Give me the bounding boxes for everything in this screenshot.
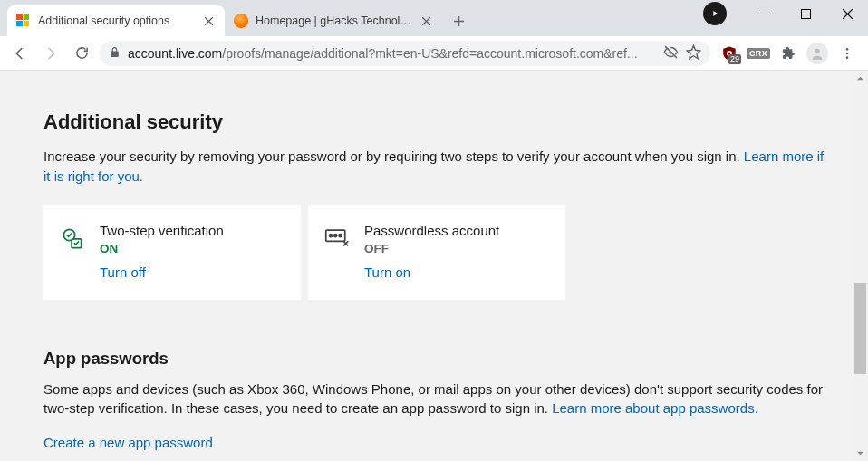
status-off-label: OFF xyxy=(364,242,499,255)
card-two-step-verification: Two-step verification ON Turn off xyxy=(43,205,301,300)
tab-title: Homepage | gHacks Technology News xyxy=(256,14,411,27)
page-viewport: Additional security Increase your securi… xyxy=(0,71,868,461)
turn-on-link[interactable]: Turn on xyxy=(364,264,499,280)
browser-menu-button[interactable] xyxy=(837,43,857,63)
password-dots-icon xyxy=(324,223,352,280)
svg-point-6 xyxy=(846,52,849,54)
scrollbar-down-button[interactable] xyxy=(853,446,868,461)
tab-close-icon[interactable] xyxy=(201,14,216,28)
card-title: Passwordless account xyxy=(364,223,499,238)
svg-rect-1 xyxy=(801,9,810,18)
window-close-button[interactable] xyxy=(826,0,868,27)
card-title: Two-step verification xyxy=(100,223,224,238)
scrollbar-track[interactable] xyxy=(853,86,868,446)
intro-paragraph: Increase your security by removing your … xyxy=(43,147,825,187)
svg-rect-0 xyxy=(759,14,769,14)
scrollbar-thumb[interactable] xyxy=(854,283,866,374)
window-minimize-button[interactable] xyxy=(743,0,785,27)
crx-extension-icon[interactable]: CRX xyxy=(748,43,768,63)
address-bar[interactable]: account.live.com/proofs/manage/additiona… xyxy=(100,41,710,66)
ghacks-favicon xyxy=(234,14,248,28)
browser-toolbar: account.live.com/proofs/manage/additiona… xyxy=(0,36,868,71)
tab-close-icon[interactable] xyxy=(419,14,433,28)
svg-point-7 xyxy=(846,56,849,59)
microsoft-favicon xyxy=(16,14,31,28)
heading-additional-security: Additional security xyxy=(43,110,825,134)
browser-tab[interactable]: Homepage | gHacks Technology News xyxy=(225,5,442,36)
app-passwords-paragraph: Some apps and devices (such as Xbox 360,… xyxy=(43,379,825,419)
turn-off-link[interactable]: Turn off xyxy=(100,264,224,280)
extensions-puzzle-icon[interactable] xyxy=(777,43,797,63)
url-text: account.live.com/proofs/manage/additiona… xyxy=(128,46,656,61)
profile-avatar[interactable] xyxy=(806,43,828,64)
shield-check-icon xyxy=(60,223,87,280)
tab-title: Additional security options xyxy=(38,14,194,27)
svg-point-5 xyxy=(846,48,849,51)
browser-tab-active[interactable]: Additional security options xyxy=(7,5,225,36)
heading-app-passwords: App passwords xyxy=(43,349,825,369)
scrollbar-up-button[interactable] xyxy=(853,71,868,86)
status-on-label: ON xyxy=(100,242,224,255)
create-app-password-link[interactable]: Create a new app password xyxy=(43,435,213,450)
card-passwordless-account: Passwordless account OFF Turn on xyxy=(308,205,565,300)
star-icon[interactable] xyxy=(686,44,701,62)
svg-point-11 xyxy=(330,234,333,236)
nav-reload-button[interactable] xyxy=(69,41,94,66)
eye-off-icon[interactable] xyxy=(663,44,679,62)
nav-back-button[interactable] xyxy=(7,41,33,66)
window-maximize-button[interactable] xyxy=(785,0,826,27)
svg-point-4 xyxy=(815,48,819,53)
media-control-badge[interactable] xyxy=(703,2,727,25)
ublock-extension-icon[interactable]: 29 xyxy=(719,43,739,63)
nav-forward-button[interactable] xyxy=(38,41,63,66)
learn-more-app-passwords-link[interactable]: Learn more about app passwords. xyxy=(552,400,758,416)
ublock-count-badge: 29 xyxy=(728,54,741,64)
svg-point-13 xyxy=(339,234,342,236)
new-tab-button[interactable] xyxy=(446,8,471,34)
svg-point-12 xyxy=(334,234,337,236)
lock-icon xyxy=(109,46,121,61)
